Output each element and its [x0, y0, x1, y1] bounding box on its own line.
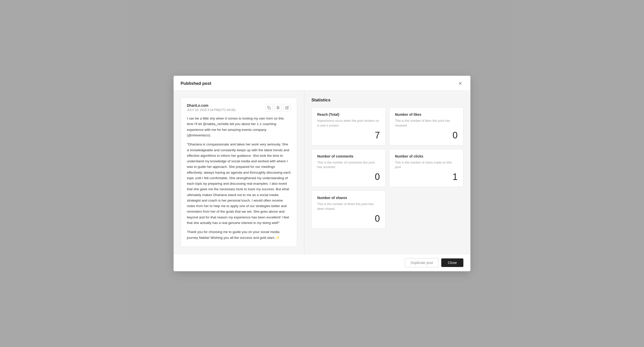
stat-card-comments-title: Number of comments [317, 154, 380, 158]
stat-card-reach-desc: Impressions occur when the post renders … [317, 119, 380, 128]
stat-card-clicks: Number of clicks This is the number of c… [389, 149, 463, 187]
close-icon[interactable]: × [457, 80, 463, 87]
stat-card-likes-desc: This is the number of likes this post ha… [395, 119, 458, 128]
published-post-modal: Published post × DhariLo.com JULY 18, 20… [174, 76, 470, 271]
statistics-title: Statistics [311, 98, 463, 103]
stat-card-reach: Reach (Total) Impressions occur when the… [311, 107, 386, 145]
modal-body: DhariLo.com JULY 18, 2019 3:18 PM(UTC-04… [174, 91, 470, 254]
modal-footer: Duplicate post Close [174, 254, 470, 271]
post-actions [265, 104, 291, 111]
stat-card-comments-desc: This is the number of comments this post… [317, 160, 380, 170]
stat-card-comments: Number of comments This is the number of… [311, 149, 386, 187]
stat-card-reach-value: 7 [317, 130, 380, 141]
stat-card-clicks-title: Number of clicks [395, 154, 458, 158]
stat-card-clicks-desc: This is the number of clicks made on thi… [395, 160, 458, 170]
stat-card-comments-value: 0 [317, 172, 380, 182]
post-date: JULY 18, 2019 3:18 PM(UTC-04:00) [187, 108, 235, 112]
stat-card-likes-title: Number of likes [395, 112, 458, 117]
post-paragraph-2: "Dhariana is compassionate and takes her… [187, 142, 291, 226]
duplicate-post-button[interactable]: Duplicate post [405, 258, 439, 267]
post-card-header: DhariLo.com JULY 18, 2019 3:18 PM(UTC-04… [187, 103, 291, 112]
stat-card-shares-desc: This is the number of times this post ha… [317, 202, 380, 211]
post-card: DhariLo.com JULY 18, 2019 3:18 PM(UTC-04… [181, 98, 297, 247]
post-site-name: DhariLo.com [187, 103, 235, 107]
svg-rect-0 [268, 107, 270, 109]
post-meta: DhariLo.com JULY 18, 2019 3:18 PM(UTC-04… [187, 103, 235, 112]
stat-card-likes-value: 0 [395, 130, 458, 141]
modal-title: Published post [181, 81, 211, 86]
copy-post-button[interactable] [265, 104, 273, 111]
delete-post-button[interactable] [274, 104, 282, 111]
post-paragraph-1: I can be a little shy when it comes to t… [187, 116, 291, 138]
stat-card-likes: Number of likes This is the number of li… [389, 107, 463, 145]
modal-header: Published post × [174, 76, 470, 91]
stat-card-clicks-value: 1 [395, 172, 458, 182]
stat-card-shares: Number of shares This is the number of t… [311, 190, 386, 229]
close-button[interactable]: Close [441, 258, 463, 267]
left-panel: DhariLo.com JULY 18, 2019 3:18 PM(UTC-04… [174, 91, 304, 254]
edit-post-button[interactable] [283, 104, 291, 111]
post-paragraph-3: Thank you for choosing me to guide you o… [187, 229, 291, 241]
post-text: I can be a little shy when it comes to t… [187, 116, 291, 241]
stat-card-shares-title: Number of shares [317, 196, 380, 200]
right-panel: Statistics Reach (Total) Impressions occ… [304, 91, 470, 254]
stat-card-reach-title: Reach (Total) [317, 112, 380, 117]
stats-grid: Reach (Total) Impressions occur when the… [311, 107, 463, 229]
stat-card-shares-value: 0 [317, 213, 380, 224]
modal-overlay: Published post × DhariLo.com JULY 18, 20… [0, 0, 644, 347]
